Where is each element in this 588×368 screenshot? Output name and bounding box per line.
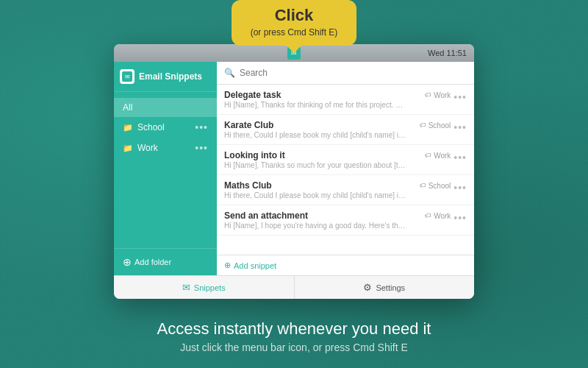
snippet-item[interactable]: Maths Club 🏷 School Hi there, Could I pl… — [217, 175, 474, 205]
settings-tab-label: Settings — [376, 283, 405, 292]
sidebar-school-label: School — [137, 122, 165, 132]
snippet-content: Looking into it 🏷 Work Hi [Name], Thanks… — [224, 150, 451, 169]
snippet-item[interactable]: Karate Club 🏷 School Hi there, Could I p… — [217, 115, 474, 145]
tooltip-sub: (or press Cmd Shift E) — [251, 27, 338, 38]
tab-settings[interactable]: ⚙ Settings — [295, 276, 475, 299]
add-snippet-icon: ⊕ — [224, 261, 231, 270]
snippet-content: Karate Club 🏷 School Hi there, Could I p… — [224, 120, 451, 139]
folder-icon-work: 📁 — [123, 144, 133, 153]
snippet-tag: 🏷 Work — [425, 91, 451, 99]
snippet-more-icon[interactable]: ••• — [453, 182, 467, 194]
snippet-more-icon[interactable]: ••• — [453, 121, 467, 133]
app-body: Email Snippets All 📁 School ••• — [114, 62, 474, 275]
tag-icon: 🏷 — [420, 121, 426, 129]
snippet-item[interactable]: Send an attachment 🏷 Work Hi [Name], I h… — [217, 205, 474, 236]
snippet-title: Send an attachment — [224, 210, 308, 221]
app-bottom-bar: ✉ Snippets ⚙ Settings — [114, 275, 474, 299]
search-icon: 🔍 — [224, 68, 235, 78]
snippet-item[interactable]: Delegate task 🏷 Work Hi [Name], Thanks f… — [217, 85, 474, 115]
snippet-tag: 🏷 School — [420, 182, 451, 190]
snippet-tag: 🏷 School — [420, 121, 451, 130]
snippet-preview: Hi [Name], Thanks for thinking of me for… — [224, 101, 408, 109]
subline: Just click the menu bar icon, or press C… — [0, 342, 588, 353]
snippet-content: Send an attachment 🏷 Work Hi [Name], I h… — [224, 210, 451, 230]
tag-icon: 🏷 — [425, 91, 431, 99]
snippet-title: Delegate task — [224, 90, 281, 100]
sidebar-all-label: All — [123, 102, 132, 113]
folder-icon-school: 📁 — [123, 123, 133, 132]
sidebar-footer: ⊕ Add folder — [114, 248, 217, 275]
work-dots-icon[interactable]: ••• — [195, 142, 208, 154]
snippet-title: Karate Club — [224, 120, 273, 130]
snippet-tag: 🏷 Work — [425, 212, 451, 220]
search-bar: 🔍 — [217, 62, 474, 85]
snippets-list: Delegate task 🏷 Work Hi [Name], Thanks f… — [217, 85, 474, 255]
click-tooltip: Click (or press Cmd Shift E) — [232, 0, 356, 46]
sidebar-work-label: Work — [137, 143, 158, 153]
snippet-tag: 🏷 Work — [425, 152, 451, 160]
headline: Access instantly whenever you need it — [0, 319, 588, 339]
app-logo-inner — [122, 71, 132, 82]
snippet-preview: Hi [Name], Thanks so much for your quest… — [224, 161, 408, 169]
snippet-preview: Hi there, Could I please book my child [… — [224, 191, 408, 199]
add-folder-button[interactable]: ⊕ Add folder — [123, 256, 208, 268]
app-logo — [120, 69, 135, 84]
sidebar: Email Snippets All 📁 School ••• — [114, 62, 217, 275]
add-folder-icon: ⊕ — [123, 256, 132, 268]
sidebar-item-all[interactable]: All — [114, 98, 217, 117]
snippets-tab-icon: ✉ — [182, 282, 190, 293]
app-window: Wed 11:51 Email Snippets All 📁 — [114, 44, 474, 299]
snippet-preview: Hi [Name], I hope you're having a good d… — [224, 222, 408, 230]
snippet-more-icon[interactable]: ••• — [453, 152, 467, 163]
snippet-content: Maths Club 🏷 School Hi there, Could I pl… — [224, 180, 451, 199]
sidebar-nav: All 📁 School ••• 📁 Work ••• — [114, 92, 217, 248]
snippets-tab-label: Snippets — [194, 283, 226, 292]
bottom-text: Access instantly whenever you need it Ju… — [0, 319, 588, 353]
snippet-title: Looking into it — [224, 150, 285, 160]
settings-tab-icon: ⚙ — [363, 282, 372, 293]
search-input[interactable] — [240, 68, 467, 78]
sidebar-header: Email Snippets — [114, 62, 217, 92]
tab-snippets[interactable]: ✉ Snippets — [114, 276, 295, 299]
snippet-item[interactable]: Looking into it 🏷 Work Hi [Name], Thanks… — [217, 145, 474, 175]
tag-icon: 🏷 — [425, 212, 431, 219]
clock: Wed 11:51 — [428, 49, 467, 57]
sidebar-title: Email Snippets — [139, 71, 202, 82]
snippet-content: Delegate task 🏷 Work Hi [Name], Thanks f… — [224, 90, 451, 109]
sidebar-item-school[interactable]: 📁 School ••• — [114, 117, 217, 138]
school-dots-icon[interactable]: ••• — [195, 121, 208, 133]
add-snippet-label: Add snippet — [234, 261, 276, 270]
tag-icon: 🏷 — [425, 152, 431, 159]
snippet-more-icon[interactable]: ••• — [453, 91, 467, 103]
main-panel: 🔍 Delegate task 🏷 Work Hi [Name], Thanks… — [217, 62, 474, 275]
add-folder-label: Add folder — [135, 258, 171, 266]
snippet-preview: Hi there, Could I please book my child [… — [224, 131, 408, 139]
tooltip-main: Click — [248, 6, 340, 25]
sidebar-item-work[interactable]: 📁 Work ••• — [114, 138, 217, 158]
add-snippet-button[interactable]: ⊕ Add snippet — [224, 261, 467, 270]
main-footer: ⊕ Add snippet — [217, 255, 474, 275]
tag-icon: 🏷 — [420, 182, 426, 189]
snippet-title: Maths Club — [224, 180, 272, 191]
snippet-more-icon[interactable]: ••• — [453, 212, 467, 224]
